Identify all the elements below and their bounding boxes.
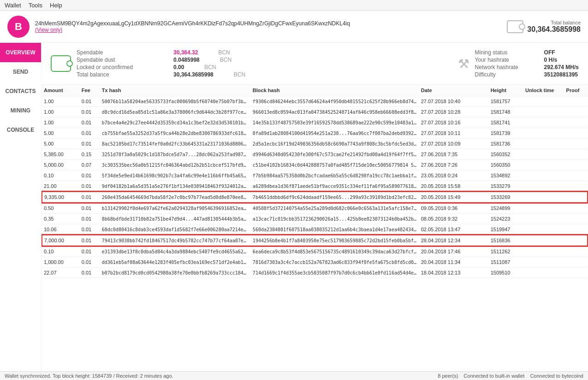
cell-blockhash: f9306cd846244ebc3557d64624a4f950db481552… — [251, 96, 419, 107]
cell-unlock — [523, 181, 564, 192]
cell-txhash: 8b68bdfbde31710b82a751be47d9d4...447ad81… — [100, 214, 251, 224]
cell-height: 1581736 — [489, 139, 523, 149]
cell-date: 20.04.2018 17:46 — [419, 246, 489, 257]
cell-fee: 0.01 — [80, 214, 100, 224]
table-row[interactable]: 0.100.01e31393dbe13f8c0dba5d84c4a3da9884… — [42, 246, 588, 257]
cell-amount: 1.00 — [42, 117, 80, 128]
cell-txhash: 9df04182b1a6a5d351a5e276f1bf134e03894184… — [100, 181, 251, 192]
cell-proof — [564, 139, 588, 149]
cell-date: 28.04.2018 12:34 — [419, 235, 489, 246]
cell-unlock — [523, 128, 564, 139]
sidebar-item-send[interactable]: SEND — [0, 62, 41, 82]
total-balance-amount: 30,364.3685998 — [527, 25, 581, 34]
table-row[interactable]: 5,000.000.073c303535bec56a0b51215fc04636… — [42, 160, 588, 170]
status-bar: Wallet synchronized. Top block height: 1… — [0, 371, 588, 380]
table-row[interactable]: 7,000.000.0179413c9038bb742fd18467517dc4… — [42, 235, 588, 246]
cell-unlock — [523, 139, 564, 149]
cell-date: 20.05.2018 15:49 — [419, 192, 489, 203]
cell-date: 27.06.2018 7:26 — [419, 160, 489, 170]
cell-txhash: b131429902f0d4e697a62fe62a0294328af90546… — [100, 203, 251, 214]
table-row[interactable]: 1,000.000.01dd361eb5af08a63644e1283f405e… — [42, 257, 588, 268]
difficulty-value: 35120881395 — [544, 71, 578, 78]
cell-height: 1581757 — [489, 96, 523, 107]
table-row[interactable]: 5.000.01cb755bfae55a3252d37a5f9ca44b28e2… — [42, 128, 588, 139]
view-only-label: (View only) — [35, 27, 350, 33]
mining-rows: Mining status OFF Your hashrate 0 H/s Ne… — [475, 48, 579, 79]
transactions-table-container: Amount Fee Tx hash Block hash Date Heigh… — [42, 85, 588, 371]
cell-height: 1581739 — [489, 128, 523, 139]
table-row[interactable]: 21.000.019df04182b1a6a5d351a5e276f1bf134… — [42, 181, 588, 192]
cell-txhash: 260e435da6454669d7bda58f2e7c0bc97b77ead5… — [100, 192, 251, 203]
table-row[interactable]: 0.500.01b131429902f0d4e697a62fe62a029432… — [42, 203, 588, 214]
table-row[interactable]: 0.100.015f34de5e9ed14b61698c902b7c3a4fa6… — [42, 170, 588, 181]
network-hashrate-value: 292.674 MH/s — [544, 64, 579, 70]
cell-date: 27.07.2018 10:28 — [419, 107, 489, 117]
cell-height: 1519947 — [489, 224, 523, 235]
sidebar-item-mining[interactable]: MINING — [0, 101, 41, 120]
total-balance-block: Total balance 30,364.3685998 — [527, 20, 581, 34]
content-area: Spendable 30,364.32 BCN Spendable dust 0… — [42, 43, 588, 371]
hammer-icon: ⚒ — [458, 56, 469, 71]
main-layout: OVERVIEW SEND CONTACTS MINING CONSOLE Sp… — [0, 43, 588, 371]
table-row[interactable]: 5,385.000.153251d78f3a0a5029c1d187bdce5d… — [42, 149, 588, 160]
table-row[interactable]: 22.070.01b07b2bcd8179cd0cd0542980a38fe70… — [42, 268, 588, 278]
cell-amount: 5.00 — [42, 139, 80, 149]
spendable-row: Spendable 30,364.32 BCN — [77, 49, 245, 56]
cell-unlock — [523, 192, 564, 203]
cell-blockhash: 6ea6deca9c8b53f4d853e5675156735c48916103… — [251, 246, 419, 257]
table-row[interactable]: 0.350.018b68bdfbde31710b82a751be47d9d4..… — [42, 214, 588, 224]
sidebar-item-overview[interactable]: OVERVIEW — [0, 43, 41, 62]
cell-proof — [564, 257, 588, 268]
status-builtin: Connected to built-in wallet — [463, 373, 524, 379]
col-blockhash: Block hash — [251, 85, 419, 96]
cell-fee: 0.01 — [80, 224, 100, 235]
total-value: 30,364.3685998 — [173, 71, 214, 78]
cell-unlock — [523, 149, 564, 160]
locked-value: 0.00 — [173, 64, 184, 70]
total-row: Total balance 30,364.3685998 BCN — [77, 71, 245, 78]
cell-amount: 1.00 — [42, 107, 80, 117]
table-row[interactable]: 1.000.0150076b11a58204ae56335733fac00869… — [42, 96, 588, 107]
table-row[interactable]: 1.000.01b7bce4a4e29c27ee4442d35359cd34a1… — [42, 117, 588, 128]
table-row[interactable]: 5.000.018ac52105bd17c73514fef0a0d2fc33b6… — [42, 139, 588, 149]
col-date: Date — [419, 85, 489, 96]
menu-wallet[interactable]: Wallet — [5, 2, 21, 9]
cell-fee: 0.01 — [80, 268, 100, 278]
cell-blockhash: 714d1669c1f4d355ae3cb5035087f97b7d0c6cb4… — [251, 268, 419, 278]
col-height: Height — [489, 85, 523, 96]
menu-help[interactable]: Help — [50, 2, 62, 9]
table-row[interactable]: 9,335.000.01260e435da6454669d7bda58f2e7c… — [42, 192, 588, 203]
cell-height: 1511087 — [489, 257, 523, 268]
mining-status-value: OFF — [544, 49, 555, 56]
cell-blockhash: 7816d7303a3c4c7accb152a767823ad6c833f94f… — [251, 257, 419, 268]
sidebar-item-contacts[interactable]: CONTACTS — [0, 82, 41, 101]
menu-tools[interactable]: Tools — [29, 2, 42, 9]
cell-proof — [564, 224, 588, 235]
cell-txhash: 5f34de5e9ed14b61698c902b7c3a4fa6c99e4e11… — [100, 170, 251, 181]
cell-blockhash: 2d5a1ecbc16f19d249036356db58c6690a7743a9… — [251, 139, 419, 149]
cell-proof — [564, 246, 588, 257]
cell-blockhash: f7b5b984aa575358d0b2bcfcadae6b5a55c6d829… — [251, 170, 419, 181]
cell-height: 1581741 — [489, 117, 523, 128]
cell-proof — [564, 107, 588, 117]
cell-txhash: 79413c9038bb742fd18467517dc49b5782cc747b… — [100, 235, 251, 246]
cell-date: 27.07.2018 10:16 — [419, 117, 489, 128]
table-row[interactable]: 10.060.0160dc0d80416c8dab3ce4593daf1d568… — [42, 224, 588, 235]
cell-height: 1524899 — [489, 203, 523, 214]
mining-section: ⚒ Mining status OFF Your hashrate 0 H/s … — [458, 48, 579, 79]
cell-date: 20.05.2018 15:58 — [419, 181, 489, 192]
cell-proof — [564, 268, 588, 278]
transactions-table: Amount Fee Tx hash Block hash Date Heigh… — [42, 85, 588, 278]
cell-proof — [564, 149, 588, 160]
cell-amount: 0.10 — [42, 170, 80, 181]
total-label: Total balance — [77, 71, 155, 78]
cell-amount: 1,000.00 — [42, 257, 80, 268]
table-row[interactable]: 1.000.01d8c9dcd16d5ea85d1c51a86e3a378006… — [42, 107, 588, 117]
cell-blockhash: a13cac71c019cbb3517236290026a15...425b8e… — [251, 214, 419, 224]
hashrate-value: 0 H/s — [544, 57, 558, 63]
cell-txhash: 60dc0d80416c8dab3ce4593daf1d5682f7e66e00… — [100, 224, 251, 235]
cell-height: 1533269 — [489, 192, 523, 203]
cell-blockhash: 1944256b8e4b1f7a8403950e75ec517903659885… — [251, 235, 419, 246]
sidebar-item-console[interactable]: CONSOLE — [0, 120, 41, 140]
cell-date: 23.05.2018 0:24 — [419, 170, 489, 181]
